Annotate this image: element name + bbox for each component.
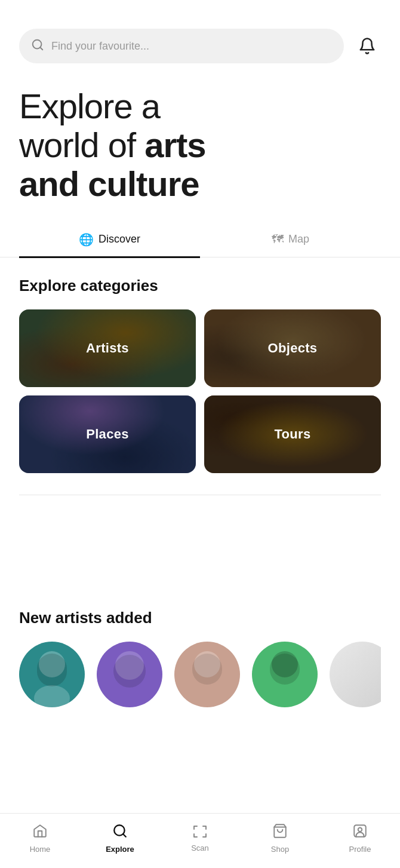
globe-icon: 🌐 [79,232,94,247]
svg-point-9 [272,651,298,677]
categories-section: Explore categories Artists Objects Place… [19,277,381,473]
search-icon [31,38,44,54]
notification-button[interactable] [353,32,381,60]
artist-avatar-5-partial[interactable] [330,642,381,707]
categories-title: Explore categories [19,277,381,295]
tab-map[interactable]: 🗺 Map [200,223,381,258]
svg-rect-10 [270,654,300,685]
hero-section: Explore a world of arts and culture [0,73,400,223]
nav-profile-label: Profile [349,845,371,854]
artist-figure-1 [19,642,85,707]
svg-point-15 [358,828,362,832]
main-content: Explore categories Artists Objects Place… [0,257,400,608]
tab-map-label: Map [288,233,309,246]
artist-figure-3 [174,642,240,707]
category-tours[interactable]: Tours [204,395,381,473]
nav-shop-label: Shop [271,845,289,854]
nav-scan-label: Scan [191,844,209,852]
hero-title: Explore a world of arts and culture [19,87,381,204]
nav-profile[interactable]: Profile [320,821,400,856]
nav-shop[interactable]: Shop [240,821,320,856]
spacer [0,717,400,813]
artists-scroll[interactable] [19,642,381,717]
categories-grid: Artists Objects Places Tours [19,309,381,473]
svg-point-5 [115,651,144,680]
artist-figure-2 [97,642,162,707]
profile-icon [352,823,368,841]
bottom-nav: Home Explore Scan [0,813,400,868]
search-bar[interactable]: Find your favourite... [19,29,344,63]
header: Find your favourite... [0,0,400,73]
search-placeholder-text: Find your favourite... [51,40,149,53]
bell-icon [358,37,376,55]
artist-figure-4 [252,642,318,707]
nav-explore[interactable]: Explore [80,821,160,856]
artists-label: Artists [86,341,129,356]
category-artists[interactable]: Artists [19,309,196,387]
home-icon [32,823,48,841]
map-icon: 🗺 [272,232,284,246]
nav-home-label: Home [30,845,51,854]
artist-avatar-1[interactable] [19,642,85,707]
tabs-container: 🌐 Discover 🗺 Map [0,223,400,258]
section-divider [19,495,381,495]
new-artists-title: New artists added [19,609,381,627]
new-artists-section: New artists added [0,609,400,717]
svg-rect-4 [37,654,67,686]
objects-label: Objects [268,341,318,356]
scan-icon [192,823,208,840]
nav-home[interactable]: Home [0,821,80,856]
svg-line-1 [40,47,42,50]
shop-icon [272,823,288,841]
nav-explore-label: Explore [106,845,134,854]
svg-rect-8 [192,654,222,685]
tab-discover[interactable]: 🌐 Discover [19,223,200,258]
svg-rect-6 [113,655,146,688]
nav-scan[interactable]: Scan [160,821,240,856]
svg-point-3 [34,685,70,707]
svg-point-7 [194,651,220,677]
places-label: Places [86,427,129,442]
category-objects[interactable]: Objects [204,309,381,387]
category-places[interactable]: Places [19,395,196,473]
tours-label: Tours [275,427,311,442]
svg-point-2 [39,651,65,677]
artist-avatar-2[interactable] [97,642,162,707]
artist-avatar-4[interactable] [252,642,318,707]
tab-discover-label: Discover [99,233,140,246]
svg-line-12 [123,834,126,837]
artist-avatar-3[interactable] [174,642,240,707]
screen: Find your favourite... Explore a world o… [0,0,400,868]
explore-icon [112,823,128,841]
